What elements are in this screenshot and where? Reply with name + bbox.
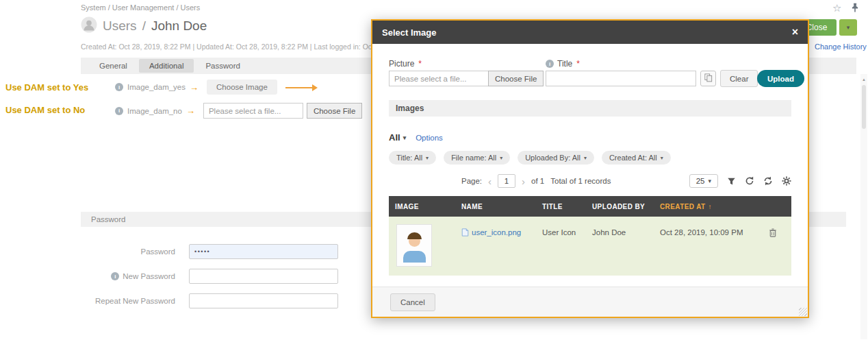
tab-general[interactable]: General xyxy=(89,59,138,73)
field-label-image-dam-yes: Image_dam_yes xyxy=(127,83,186,91)
table-row[interactable]: user_icon.png User Icon John Doe Oct 28,… xyxy=(389,217,791,276)
new-password-label: i New Password xyxy=(81,272,175,280)
favorite-star-icon[interactable]: ☆ xyxy=(832,2,841,14)
grid-view-dropdown[interactable]: All ▾ xyxy=(389,132,406,143)
grid-settings-gear-icon[interactable] xyxy=(782,176,791,186)
images-section-header: Images xyxy=(389,100,791,117)
choose-file-button[interactable]: Choose File xyxy=(307,103,362,119)
info-icon: i xyxy=(546,60,554,68)
annotation-dam-yes: Use DAM set to Yes xyxy=(5,82,88,93)
page-count: of 1 xyxy=(531,177,544,185)
dialog-footer: Cancel xyxy=(372,287,808,317)
new-password-input[interactable] xyxy=(189,269,338,284)
page-scrollbar[interactable]: ▲ xyxy=(860,74,867,339)
reset-icon[interactable] xyxy=(763,176,773,186)
annotation-dam-no: Use DAM set to No xyxy=(5,105,85,115)
info-icon: i xyxy=(115,83,123,91)
resize-handle[interactable] xyxy=(799,308,807,316)
required-mark: * xyxy=(576,59,580,69)
cell-title: User Icon xyxy=(536,217,586,276)
repeat-password-input[interactable] xyxy=(189,293,338,308)
breadcrumb[interactable]: System / User Management / Users xyxy=(81,3,200,12)
copy-filename-button[interactable] xyxy=(700,71,716,86)
user-avatar-icon xyxy=(81,16,97,36)
picture-label: Picture * xyxy=(389,59,422,69)
repeat-password-row: Repeat New Password xyxy=(81,293,338,308)
required-mark: * xyxy=(418,59,422,69)
picture-file-input[interactable] xyxy=(389,71,489,86)
cancel-button[interactable]: Cancel xyxy=(390,293,435,311)
delete-icon[interactable] xyxy=(769,230,777,239)
page-size-dropdown[interactable]: 25 ▾ xyxy=(689,174,718,188)
filter-funnel-icon[interactable] xyxy=(727,177,736,186)
file-icon xyxy=(461,228,469,238)
field-image-dam-yes: i Image_dam_yes → Choose Image xyxy=(115,80,277,95)
grid-view-row: All ▾ Options xyxy=(389,132,443,143)
field-image-dam-no: i Image_dam_no → Choose File xyxy=(115,103,362,119)
column-header-name[interactable]: NAME xyxy=(455,196,536,217)
column-header-image[interactable]: IMAGE xyxy=(389,196,455,217)
choose-image-button[interactable]: Choose Image xyxy=(207,80,277,95)
grid-header: IMAGE NAME TITLE UPLOADED BY CREATED AT … xyxy=(389,196,791,217)
actions-dropdown-button[interactable]: ▾ xyxy=(839,19,857,36)
chevron-down-icon: ▾ xyxy=(661,155,663,161)
file-input[interactable] xyxy=(203,103,303,119)
dialog-header[interactable]: Select Image × xyxy=(372,21,808,44)
cell-created-at: Oct 28, 2019, 10:09 PM xyxy=(654,217,753,276)
page-number-input[interactable] xyxy=(498,174,515,188)
filter-file-name[interactable]: File name: All ▾ xyxy=(444,151,510,165)
images-grid: IMAGE NAME TITLE UPLOADED BY CREATED AT … xyxy=(389,196,791,276)
title-separator: / xyxy=(142,19,146,34)
title-label: i Title * xyxy=(546,59,580,69)
refresh-icon[interactable] xyxy=(745,176,754,186)
column-header-created-at[interactable]: CREATED AT ↑ xyxy=(654,196,753,217)
change-history-link[interactable]: Change History xyxy=(815,42,867,51)
records-total: Total of 1 records xyxy=(550,177,611,185)
filter-created-at[interactable]: Created At: All ▾ xyxy=(602,151,671,165)
column-header-uploaded-by[interactable]: UPLOADED BY xyxy=(586,196,654,217)
pagination-toolbar: Page: ‹ › of 1 Total of 1 records 25 ▾ xyxy=(389,174,791,188)
file-name-link[interactable]: user_icon.png xyxy=(472,228,521,236)
section-title: Password xyxy=(91,215,126,223)
image-thumbnail[interactable] xyxy=(396,224,432,267)
arrow-right-icon: → xyxy=(190,82,199,93)
clear-button[interactable]: Clear xyxy=(720,70,758,87)
annotation-arrow-icon xyxy=(285,87,313,88)
sort-asc-icon: ↑ xyxy=(709,203,712,210)
password-label: Password xyxy=(81,247,175,256)
cell-uploaded-by: John Doe xyxy=(586,217,654,276)
upload-button[interactable]: Upload xyxy=(757,70,804,87)
tab-password[interactable]: Password xyxy=(195,59,251,73)
info-icon: i xyxy=(111,272,119,280)
scroll-up-icon[interactable]: ▲ xyxy=(862,77,866,82)
screen: System / User Management / Users Users /… xyxy=(0,0,868,340)
close-icon[interactable]: × xyxy=(792,27,798,38)
prev-page-icon[interactable]: ‹ xyxy=(488,176,492,186)
filter-uploaded-by[interactable]: Uploaded By: All ▾ xyxy=(518,151,594,165)
dialog-title: Select Image xyxy=(382,27,437,38)
title-entity: Users xyxy=(103,19,137,34)
password-input[interactable] xyxy=(189,244,338,259)
filter-title[interactable]: Title: All ▾ xyxy=(389,151,436,165)
grid-tools: 25 ▾ xyxy=(689,174,791,188)
next-page-icon[interactable]: › xyxy=(522,176,525,186)
chevron-down-icon: ▾ xyxy=(708,178,711,184)
tab-additional[interactable]: Additional xyxy=(139,59,194,73)
info-icon: i xyxy=(115,107,123,115)
picture-file-widget: Choose File xyxy=(389,71,544,86)
options-link[interactable]: Options xyxy=(416,134,443,142)
chevron-down-icon: ▾ xyxy=(403,134,407,141)
pin-icon[interactable] xyxy=(851,3,859,15)
new-password-row: i New Password xyxy=(81,269,338,284)
page-label: Page: xyxy=(461,177,482,185)
choose-file-button[interactable]: Choose File xyxy=(488,71,544,86)
pagination: Page: ‹ › of 1 Total of 1 records xyxy=(461,174,611,188)
scrollbar-thumb[interactable] xyxy=(862,85,866,129)
chevron-down-icon: ▾ xyxy=(847,24,850,31)
page-title: Users / John Doe xyxy=(81,16,207,36)
record-meta: Created At: Oct 28, 2019, 8:22 PM | Upda… xyxy=(81,42,406,51)
image-title-input[interactable] xyxy=(546,71,696,86)
paste-icon xyxy=(704,73,713,85)
title-record: John Doe xyxy=(151,19,207,34)
column-header-title[interactable]: TITLE xyxy=(536,196,586,217)
